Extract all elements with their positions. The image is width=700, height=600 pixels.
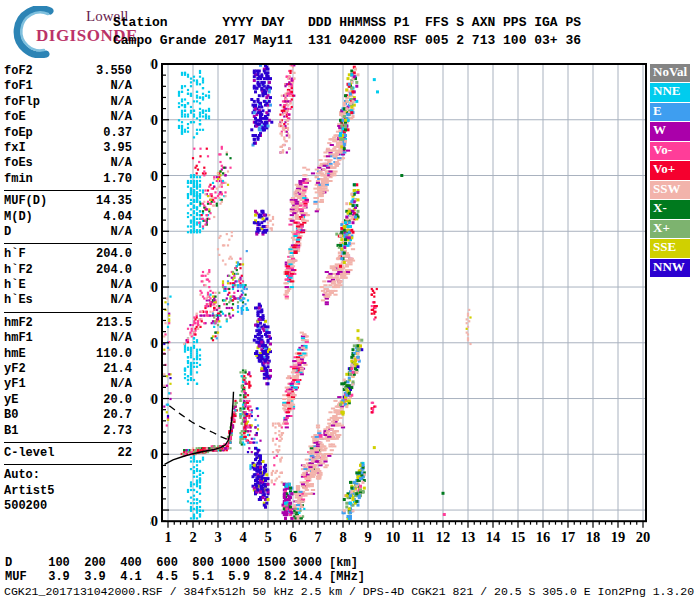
svg-text:17: 17 [561, 529, 576, 545]
svg-text:1: 1 [164, 529, 171, 545]
param-row-B1: B12.73 [4, 424, 132, 439]
param-value: N/A [110, 110, 132, 125]
param-label: foEs [4, 156, 33, 171]
param-row-MUFD: MUF(D)14.35 [4, 194, 132, 209]
param-label: B1 [4, 424, 18, 439]
legend-item-SSW: SSW [650, 181, 690, 199]
param-label: hmE [4, 347, 26, 362]
legend-item-W: W [650, 122, 690, 140]
param-label: h`E [4, 278, 26, 293]
svg-text:13: 13 [461, 529, 476, 545]
svg-text:15: 15 [511, 529, 526, 545]
parameter-panel: foF23.550foF1N/AfoFlpN/AfoEN/AfoEp0.37fx… [4, 64, 132, 515]
param-value: 1.70 [103, 172, 132, 187]
param-row-D: DN/A [4, 225, 132, 240]
param-label: foFlp [4, 95, 40, 110]
svg-text:5: 5 [264, 529, 271, 545]
param-value: 213.5 [96, 316, 132, 331]
svg-text:200: 200 [150, 446, 158, 462]
param-value: N/A [110, 331, 132, 346]
param-row-Clevel: C-level22 [4, 446, 132, 461]
ionogram-page: Lowell DIGISONDE Station YYYY DAY DDD HH… [0, 0, 700, 600]
param-row-foE: foEN/A [4, 110, 132, 125]
param-label: h`F [4, 247, 26, 262]
svg-text:300: 300 [150, 391, 158, 407]
param-value: 0.37 [103, 126, 132, 141]
parameter-group: MUF(D)14.35M(D)4.04DN/A [4, 194, 132, 244]
param-value: 14.35 [96, 194, 132, 209]
param-value: N/A [110, 95, 132, 110]
ionogram-plot: 9008007006005004003002008012345678910111… [150, 55, 656, 555]
svg-text:600: 600 [150, 223, 158, 239]
param-label: MUF(D) [4, 194, 47, 209]
param-value: 21.4 [103, 362, 132, 377]
legend-item-Vo: Vo- [650, 142, 690, 160]
param-value: 20.7 [103, 408, 132, 423]
param-label: C-level [4, 446, 54, 461]
legend-item-SSE: SSE [650, 239, 690, 257]
lowell-digisonde-logo: Lowell DIGISONDE [8, 4, 183, 56]
svg-text:14: 14 [486, 529, 501, 545]
param-value: N/A [110, 278, 132, 293]
param-label: D [4, 225, 11, 240]
svg-text:19: 19 [611, 529, 626, 545]
param-row-fmin: fmin1.70 [4, 172, 132, 187]
param-value: 4.04 [103, 210, 132, 225]
legend-item-NNE: NNE [650, 83, 690, 101]
param-row-foF1: foF1N/A [4, 79, 132, 94]
param-row-hF: h`F204.0 [4, 247, 132, 262]
param-value: N/A [110, 377, 132, 392]
param-row-fxI: fxI3.95 [4, 141, 132, 156]
param-label: h`Es [4, 293, 33, 308]
svg-text:700: 700 [150, 168, 158, 184]
param-value: 22 [118, 446, 132, 461]
param-value: N/A [110, 156, 132, 171]
svg-text:11: 11 [411, 529, 425, 545]
station-header-line2: Campo Grande 2017 May11 131 042000 RSF 0… [113, 33, 581, 48]
svg-text:12: 12 [436, 529, 451, 545]
parameter-group: C-level22 [4, 446, 132, 465]
svg-text:3: 3 [214, 529, 221, 545]
d-row: D 100 200 400 600 800 1000 1500 3000 [km… [5, 556, 358, 570]
svg-text:16: 16 [536, 529, 551, 545]
param-row-hmF2: hmF2213.5 [4, 316, 132, 331]
param-row-foF2: foF23.550 [4, 64, 132, 79]
parameter-group: h`F204.0h`F2204.0h`EN/Ah`EsN/A [4, 247, 132, 313]
param-row-foFlp: foFlpN/A [4, 95, 132, 110]
param-value: 204.0 [96, 247, 132, 262]
param-value: 204.0 [96, 263, 132, 278]
param-label: yF1 [4, 377, 26, 392]
direction-legend: NoValNNEEWVo-Vo+SSWX-X+SSENNW [650, 64, 690, 278]
parameter-group: foF23.550foF1N/AfoFlpN/AfoEN/AfoEp0.37fx… [4, 64, 132, 191]
auto-line: Auto: [4, 468, 132, 483]
param-label: fxI [4, 141, 26, 156]
svg-text:10: 10 [386, 529, 401, 545]
auto-line: Artist5 [4, 484, 132, 499]
param-label: B0 [4, 408, 18, 423]
param-label: foF1 [4, 79, 33, 94]
param-value: 2.73 [103, 424, 132, 439]
param-label: foE [4, 110, 26, 125]
param-value: 110.0 [96, 347, 132, 362]
param-value: N/A [110, 225, 132, 240]
svg-text:20: 20 [636, 529, 651, 545]
svg-text:8: 8 [339, 529, 346, 545]
param-row-hEs: h`EsN/A [4, 293, 132, 308]
svg-text:2: 2 [189, 529, 196, 545]
svg-text:7: 7 [314, 529, 321, 545]
param-label: hmF1 [4, 331, 33, 346]
param-label: fmin [4, 172, 33, 187]
param-label: h`F2 [4, 263, 33, 278]
legend-item-Vo: Vo+ [650, 161, 690, 179]
autoscaling-info: Auto:Artist5500200 [4, 468, 132, 514]
param-row-MD: M(D)4.04 [4, 210, 132, 225]
svg-text:4: 4 [239, 529, 246, 545]
svg-text:18: 18 [586, 529, 601, 545]
param-row-hE: h`EN/A [4, 278, 132, 293]
svg-text:500: 500 [150, 279, 158, 295]
station-header-line1: Station YYYY DAY DDD HHMMSS P1 FFS S AXN… [113, 15, 581, 30]
param-row-hmF1: hmF1N/A [4, 331, 132, 346]
param-value: 20.0 [103, 393, 132, 408]
param-label: yF2 [4, 362, 26, 377]
param-row-yF1: yF1N/A [4, 377, 132, 392]
